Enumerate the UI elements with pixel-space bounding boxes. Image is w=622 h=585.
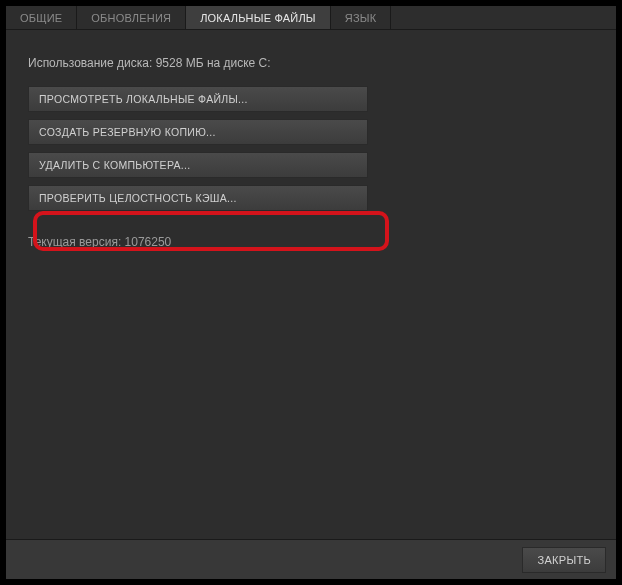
tab-local-files[interactable]: ЛОКАЛЬНЫЕ ФАЙЛЫ [186,6,331,29]
browse-local-files-button[interactable]: ПРОСМОТРЕТЬ ЛОКАЛЬНЫЕ ФАЙЛЫ... [28,86,368,112]
tab-updates[interactable]: ОБНОВЛЕНИЯ [77,6,186,29]
tab-general[interactable]: ОБЩИЕ [6,6,77,29]
tab-content: Использование диска: 9528 МБ на диске C:… [6,30,616,539]
verify-cache-button[interactable]: ПРОВЕРИТЬ ЦЕЛОСТНОСТЬ КЭША... [28,185,368,211]
close-button[interactable]: ЗАКРЫТЬ [522,547,606,573]
action-button-list: ПРОСМОТРЕТЬ ЛОКАЛЬНЫЕ ФАЙЛЫ... СОЗДАТЬ Р… [28,86,368,211]
dialog-footer: ЗАКРЫТЬ [6,539,616,579]
tab-language[interactable]: ЯЗЫК [331,6,392,29]
delete-local-button[interactable]: УДАЛИТЬ С КОМПЬЮТЕРА... [28,152,368,178]
backup-button[interactable]: СОЗДАТЬ РЕЗЕРВНУЮ КОПИЮ... [28,119,368,145]
tab-bar: ОБЩИЕ ОБНОВЛЕНИЯ ЛОКАЛЬНЫЕ ФАЙЛЫ ЯЗЫК [6,6,616,30]
properties-window: ОБЩИЕ ОБНОВЛЕНИЯ ЛОКАЛЬНЫЕ ФАЙЛЫ ЯЗЫК Ис… [6,6,616,579]
current-version-text: Текущая версия: 1076250 [28,235,594,249]
disk-usage-text: Использование диска: 9528 МБ на диске C: [28,56,594,70]
